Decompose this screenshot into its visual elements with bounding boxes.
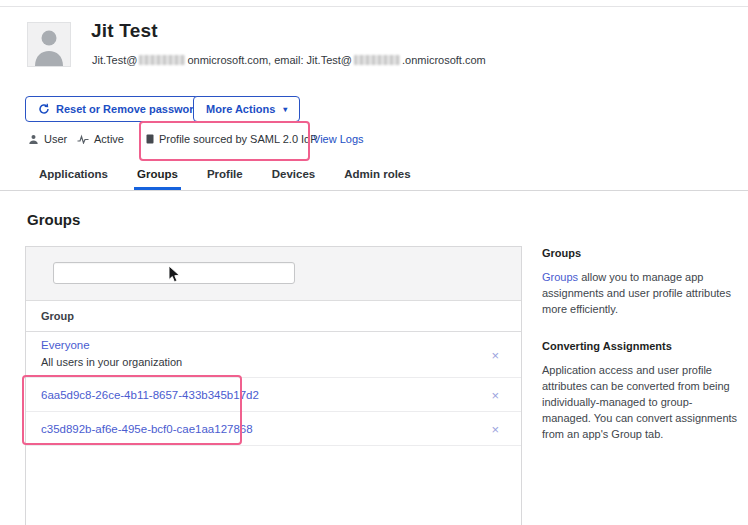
tab-profile[interactable]: Profile	[204, 168, 246, 190]
user-type-status: User	[28, 133, 67, 145]
more-actions-label: More Actions	[206, 103, 275, 115]
user-state-label: Active	[94, 133, 124, 145]
column-header-group: Group	[41, 310, 74, 322]
table-row: Everyone All users in your organization …	[26, 332, 521, 378]
user-icon	[28, 134, 39, 145]
help-heading-converting: Converting Assignments	[542, 338, 738, 354]
user-detail-page: Jit Test Jit.Test@onmicrosoft.com, email…	[0, 0, 748, 525]
group-link-guid-2[interactable]: c35d892b-af6e-495e-bcf0-cae1aa127868	[41, 423, 253, 435]
tab-groups[interactable]: Groups	[134, 168, 181, 190]
groups-help-link[interactable]: Groups	[542, 271, 578, 283]
group-link-guid-1[interactable]: 6aa5d9c8-26ce-4b11-8657-433b345b17d2	[41, 389, 259, 401]
user-state-status: Active	[77, 133, 124, 145]
group-description: All users in your organization	[41, 356, 521, 368]
reset-button-label: Reset or Remove password	[56, 103, 200, 115]
profile-source-status: Profile sourced by SAML 2.0 IdP	[146, 133, 318, 145]
group-link-everyone[interactable]: Everyone	[41, 339, 90, 351]
section-heading: Groups	[27, 211, 80, 228]
login-suffix: .onmicrosoft.com	[402, 54, 486, 66]
remove-group-icon[interactable]: ×	[491, 422, 499, 435]
tab-admin-roles[interactable]: Admin roles	[341, 168, 413, 190]
login-prefix: Jit.Test@	[92, 54, 137, 66]
tabs-divider	[0, 190, 748, 191]
view-logs-link[interactable]: View Logs	[313, 133, 364, 145]
help-sidebar: Groups Groups allow you to manage app as…	[542, 245, 738, 442]
chevron-down-icon: ▾	[283, 105, 287, 114]
redacted-domain	[354, 55, 400, 65]
table-row: c35d892b-af6e-495e-bcf0-cae1aa127868 ×	[26, 412, 521, 446]
page-title: Jit Test	[91, 20, 158, 42]
more-actions-button[interactable]: More Actions ▾	[193, 96, 300, 122]
remove-group-icon[interactable]: ×	[491, 348, 499, 361]
help-text-converting: Application access and user profile attr…	[542, 362, 738, 442]
tab-bar: Applications Groups Profile Devices Admi…	[36, 168, 414, 190]
profile-source-icon	[146, 134, 154, 144]
tab-applications[interactable]: Applications	[36, 168, 111, 190]
redacted-domain	[139, 55, 185, 65]
help-text-groups: Groups allow you to manage app assignmen…	[542, 269, 738, 317]
person-silhouette-icon	[28, 23, 70, 66]
table-header-row: Group	[26, 301, 521, 332]
tab-devices[interactable]: Devices	[269, 168, 318, 190]
groups-panel: Group Everyone All users in your organiz…	[25, 246, 522, 525]
help-heading-groups: Groups	[542, 245, 738, 261]
group-search-input[interactable]	[53, 262, 295, 284]
user-type-label: User	[44, 133, 67, 145]
user-login-email: Jit.Test@onmicrosoft.com, email: Jit.Tes…	[92, 54, 486, 66]
remove-group-icon[interactable]: ×	[491, 388, 499, 401]
table-row: 6aa5d9c8-26ce-4b11-8657-433b345b17d2 ×	[26, 378, 521, 412]
profile-source-label: Profile sourced by SAML 2.0 IdP	[159, 133, 318, 145]
avatar	[27, 22, 71, 67]
refresh-icon	[38, 103, 50, 115]
top-divider	[0, 6, 748, 7]
login-middle: onmicrosoft.com, email: Jit.Test@	[187, 54, 352, 66]
group-search-bar	[26, 247, 521, 301]
reset-or-remove-password-button[interactable]: Reset or Remove password	[25, 96, 213, 122]
activity-pulse-icon	[77, 134, 89, 144]
